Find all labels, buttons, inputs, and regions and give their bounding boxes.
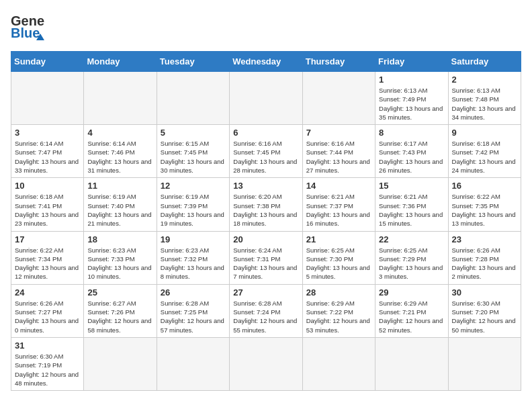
calendar-cell: 30Sunrise: 6:30 AM Sunset: 7:20 PM Dayli…	[448, 284, 521, 337]
day-number: 30	[452, 287, 517, 298]
day-number: 29	[379, 287, 444, 298]
day-number: 25	[87, 287, 152, 298]
day-info: Sunrise: 6:22 AM Sunset: 7:34 PM Dayligh…	[15, 246, 80, 281]
calendar-cell: 14Sunrise: 6:21 AM Sunset: 7:37 PM Dayli…	[302, 178, 375, 231]
day-number: 24	[15, 287, 80, 298]
day-info: Sunrise: 6:23 AM Sunset: 7:33 PM Dayligh…	[87, 246, 152, 281]
day-info: Sunrise: 6:21 AM Sunset: 7:36 PM Dayligh…	[379, 192, 444, 228]
day-of-week-wednesday: Wednesday	[230, 52, 302, 72]
calendar-cell	[11, 72, 84, 125]
day-info: Sunrise: 6:22 AM Sunset: 7:35 PM Dayligh…	[452, 192, 517, 228]
day-number: 22	[379, 234, 444, 244]
calendar-cell: 26Sunrise: 6:28 AM Sunset: 7:25 PM Dayli…	[157, 284, 229, 337]
day-number: 19	[161, 234, 226, 244]
calendar-cell: 11Sunrise: 6:19 AM Sunset: 7:40 PM Dayli…	[84, 178, 157, 231]
calendar-cell: 13Sunrise: 6:20 AM Sunset: 7:38 PM Dayli…	[230, 178, 302, 231]
day-number: 17	[15, 234, 80, 244]
day-info: Sunrise: 6:29 AM Sunset: 7:21 PM Dayligh…	[379, 299, 444, 334]
calendar-cell	[375, 337, 448, 390]
calendar-cell: 17Sunrise: 6:22 AM Sunset: 7:34 PM Dayli…	[11, 231, 84, 284]
day-info: Sunrise: 6:18 AM Sunset: 7:41 PM Dayligh…	[15, 192, 80, 228]
calendar-cell	[448, 337, 521, 390]
logo-svg: General Blue	[11, 11, 44, 44]
calendar-cell: 29Sunrise: 6:29 AM Sunset: 7:21 PM Dayli…	[375, 284, 448, 337]
day-of-week-monday: Monday	[84, 52, 157, 72]
day-info: Sunrise: 6:23 AM Sunset: 7:32 PM Dayligh…	[161, 246, 226, 281]
calendar-cell: 2Sunrise: 6:13 AM Sunset: 7:48 PM Daylig…	[448, 72, 521, 125]
day-number: 4	[87, 128, 152, 138]
calendar-cell: 22Sunrise: 6:25 AM Sunset: 7:29 PM Dayli…	[375, 231, 448, 284]
calendar-cell	[84, 72, 157, 125]
day-number: 14	[306, 181, 371, 191]
calendar-cell: 19Sunrise: 6:23 AM Sunset: 7:32 PM Dayli…	[157, 231, 229, 284]
day-info: Sunrise: 6:13 AM Sunset: 7:48 PM Dayligh…	[452, 86, 517, 122]
calendar-week-5: 24Sunrise: 6:26 AM Sunset: 7:27 PM Dayli…	[11, 284, 521, 337]
day-info: Sunrise: 6:14 AM Sunset: 7:47 PM Dayligh…	[15, 139, 80, 175]
day-info: Sunrise: 6:28 AM Sunset: 7:24 PM Dayligh…	[233, 299, 298, 334]
calendar-cell	[157, 72, 229, 125]
day-number: 6	[233, 128, 298, 138]
calendar-cell: 3Sunrise: 6:14 AM Sunset: 7:47 PM Daylig…	[11, 125, 84, 178]
day-info: Sunrise: 6:17 AM Sunset: 7:43 PM Dayligh…	[379, 139, 444, 175]
day-info: Sunrise: 6:13 AM Sunset: 7:49 PM Dayligh…	[379, 86, 444, 122]
calendar-cell: 25Sunrise: 6:27 AM Sunset: 7:26 PM Dayli…	[84, 284, 157, 337]
day-number: 8	[379, 128, 444, 138]
day-info: Sunrise: 6:26 AM Sunset: 7:27 PM Dayligh…	[15, 299, 80, 334]
day-of-week-saturday: Saturday	[448, 52, 521, 72]
calendar-cell: 15Sunrise: 6:21 AM Sunset: 7:36 PM Dayli…	[375, 178, 448, 231]
logo: General Blue	[11, 11, 44, 44]
day-info: Sunrise: 6:19 AM Sunset: 7:39 PM Dayligh…	[161, 192, 226, 228]
day-info: Sunrise: 6:14 AM Sunset: 7:46 PM Dayligh…	[87, 139, 152, 175]
day-info: Sunrise: 6:16 AM Sunset: 7:44 PM Dayligh…	[306, 139, 371, 175]
calendar-cell: 8Sunrise: 6:17 AM Sunset: 7:43 PM Daylig…	[375, 125, 448, 178]
day-info: Sunrise: 6:19 AM Sunset: 7:40 PM Dayligh…	[87, 192, 152, 228]
day-number: 2	[452, 75, 517, 85]
calendar-cell	[230, 337, 302, 390]
calendar-cell	[302, 337, 375, 390]
day-number: 26	[161, 287, 226, 298]
calendar-header-row: SundayMondayTuesdayWednesdayThursdayFrid…	[11, 52, 521, 72]
calendar-cell: 21Sunrise: 6:25 AM Sunset: 7:30 PM Dayli…	[302, 231, 375, 284]
day-number: 12	[161, 181, 226, 191]
day-number: 15	[379, 181, 444, 191]
day-of-week-thursday: Thursday	[302, 52, 375, 72]
day-number: 27	[233, 287, 298, 298]
day-number: 1	[379, 75, 444, 85]
calendar-cell: 23Sunrise: 6:26 AM Sunset: 7:28 PM Dayli…	[448, 231, 521, 284]
day-info: Sunrise: 6:26 AM Sunset: 7:28 PM Dayligh…	[452, 246, 517, 281]
day-info: Sunrise: 6:16 AM Sunset: 7:45 PM Dayligh…	[233, 139, 298, 175]
calendar-week-4: 17Sunrise: 6:22 AM Sunset: 7:34 PM Dayli…	[11, 231, 521, 284]
calendar-cell: 16Sunrise: 6:22 AM Sunset: 7:35 PM Dayli…	[448, 178, 521, 231]
calendar-cell: 24Sunrise: 6:26 AM Sunset: 7:27 PM Dayli…	[11, 284, 84, 337]
calendar-cell: 4Sunrise: 6:14 AM Sunset: 7:46 PM Daylig…	[84, 125, 157, 178]
calendar-week-3: 10Sunrise: 6:18 AM Sunset: 7:41 PM Dayli…	[11, 178, 521, 231]
day-info: Sunrise: 6:25 AM Sunset: 7:29 PM Dayligh…	[379, 246, 444, 281]
logo-icon: General Blue	[11, 11, 44, 44]
calendar-cell: 9Sunrise: 6:18 AM Sunset: 7:42 PM Daylig…	[448, 125, 521, 178]
day-info: Sunrise: 6:25 AM Sunset: 7:30 PM Dayligh…	[306, 246, 371, 281]
calendar-cell: 5Sunrise: 6:15 AM Sunset: 7:45 PM Daylig…	[157, 125, 229, 178]
calendar-cell: 10Sunrise: 6:18 AM Sunset: 7:41 PM Dayli…	[11, 178, 84, 231]
calendar-cell: 12Sunrise: 6:19 AM Sunset: 7:39 PM Dayli…	[157, 178, 229, 231]
day-info: Sunrise: 6:20 AM Sunset: 7:38 PM Dayligh…	[233, 192, 298, 228]
calendar-cell: 28Sunrise: 6:29 AM Sunset: 7:22 PM Dayli…	[302, 284, 375, 337]
day-number: 5	[161, 128, 226, 138]
calendar-cell: 7Sunrise: 6:16 AM Sunset: 7:44 PM Daylig…	[302, 125, 375, 178]
day-of-week-friday: Friday	[375, 52, 448, 72]
day-info: Sunrise: 6:21 AM Sunset: 7:37 PM Dayligh…	[306, 192, 371, 228]
calendar-cell	[230, 72, 302, 125]
day-number: 21	[306, 234, 371, 244]
calendar-cell: 6Sunrise: 6:16 AM Sunset: 7:45 PM Daylig…	[230, 125, 302, 178]
day-of-week-tuesday: Tuesday	[157, 52, 229, 72]
day-number: 31	[15, 340, 80, 351]
day-number: 20	[233, 234, 298, 244]
day-info: Sunrise: 6:15 AM Sunset: 7:45 PM Dayligh…	[161, 139, 226, 175]
calendar-cell	[302, 72, 375, 125]
svg-text:Blue: Blue	[11, 26, 40, 40]
day-number: 13	[233, 181, 298, 191]
day-info: Sunrise: 6:24 AM Sunset: 7:31 PM Dayligh…	[233, 246, 298, 281]
day-number: 28	[306, 287, 371, 298]
calendar-cell: 27Sunrise: 6:28 AM Sunset: 7:24 PM Dayli…	[230, 284, 302, 337]
day-info: Sunrise: 6:30 AM Sunset: 7:19 PM Dayligh…	[15, 352, 80, 387]
day-info: Sunrise: 6:29 AM Sunset: 7:22 PM Dayligh…	[306, 299, 371, 334]
